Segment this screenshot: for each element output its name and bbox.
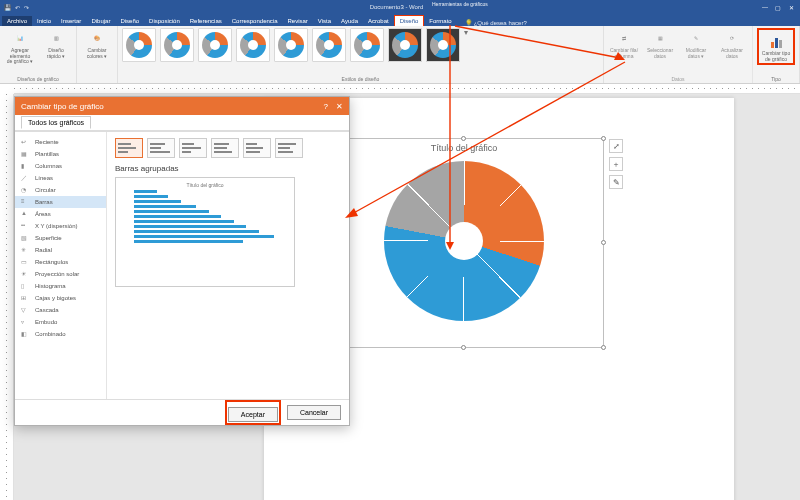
group-colors: 🎨 Cambiarcolores ▾ bbox=[77, 26, 118, 83]
save-icon[interactable]: 💾 bbox=[4, 4, 11, 11]
style-thumb[interactable] bbox=[426, 28, 460, 62]
sunburst-chart[interactable] bbox=[384, 161, 544, 321]
chart-category-item[interactable]: ▮Columnas bbox=[15, 160, 106, 172]
undo-icon[interactable]: ↶ bbox=[15, 4, 20, 11]
select-data-button[interactable]: ▦Seleccionardatos bbox=[644, 28, 676, 59]
tab-dibujar[interactable]: Dibujar bbox=[86, 16, 115, 26]
subtype-thumb[interactable] bbox=[179, 138, 207, 158]
chart-category-item[interactable]: ▭Rectángulos bbox=[15, 256, 106, 268]
tab-revisar[interactable]: Revisar bbox=[282, 16, 312, 26]
subtype-thumb[interactable] bbox=[243, 138, 271, 158]
dialog-close-icon[interactable]: ✕ bbox=[336, 102, 343, 111]
style-thumb[interactable] bbox=[122, 28, 156, 62]
group-chart-styles: ▾ Estilos de diseño bbox=[118, 26, 604, 83]
group-chart-layouts: 📊 Agregar elementode gráfico ▾ ▥ Diseñor… bbox=[0, 26, 77, 83]
style-thumb[interactable] bbox=[350, 28, 384, 62]
ribbon: 📊 Agregar elementode gráfico ▾ ▥ Diseñor… bbox=[0, 26, 800, 84]
context-tool-label: Herramientas de gráficos bbox=[426, 0, 494, 8]
style-thumb[interactable] bbox=[388, 28, 422, 62]
chart-category-item[interactable]: ≡Barras bbox=[15, 196, 106, 208]
chart-category-list: ↩Reciente▦Plantillas▮Columnas／Líneas◔Cir… bbox=[15, 132, 107, 399]
dialog-titlebar[interactable]: Cambiar tipo de gráfico ? ✕ bbox=[15, 97, 349, 115]
style-thumb[interactable] bbox=[160, 28, 194, 62]
tab-acrobat[interactable]: Acrobat bbox=[363, 16, 394, 26]
subtype-thumb[interactable] bbox=[275, 138, 303, 158]
refresh-data-button[interactable]: ⟳Actualizardatos bbox=[716, 28, 748, 59]
refresh-icon: ⟳ bbox=[722, 28, 742, 48]
tab-referencias[interactable]: Referencias bbox=[185, 16, 227, 26]
add-chart-element-button[interactable]: 📊 Agregar elementode gráfico ▾ bbox=[4, 28, 36, 65]
tab-disposicion[interactable]: Disposición bbox=[144, 16, 185, 26]
chart-category-item[interactable]: ▯Histograma bbox=[15, 280, 106, 292]
close-icon[interactable]: ✕ bbox=[786, 4, 796, 11]
subtype-title: Barras agrupadas bbox=[115, 164, 341, 173]
chart-elements-icon[interactable]: ＋ bbox=[609, 157, 623, 171]
tab-diseno-p[interactable]: Diseño bbox=[115, 16, 144, 26]
tab-file[interactable]: Archivo bbox=[2, 16, 32, 26]
chart-object[interactable]: Título del gráfico ⤢ ＋ ✎ bbox=[324, 138, 604, 348]
chart-category-item[interactable]: ◔Circular bbox=[15, 184, 106, 196]
category-icon: ☀ bbox=[21, 270, 31, 278]
chart-title[interactable]: Título del gráfico bbox=[325, 139, 603, 153]
chart-category-item[interactable]: ◧Combinado bbox=[15, 328, 106, 340]
accept-button[interactable]: Aceptar bbox=[228, 407, 278, 422]
chart-category-item[interactable]: ／Líneas bbox=[15, 172, 106, 184]
vertical-ruler[interactable] bbox=[0, 94, 14, 500]
group-type: Cambiar tipode gráfico Tipo bbox=[753, 26, 800, 83]
quick-layout-button[interactable]: ▥ Diseñorápido ▾ bbox=[40, 28, 72, 59]
style-gallery[interactable]: ▾ bbox=[122, 28, 599, 68]
chart-category-item[interactable]: ☀Proyección solar bbox=[15, 268, 106, 280]
chart-category-item[interactable]: ••X Y (dispersión) bbox=[15, 220, 106, 232]
chart-styles-icon[interactable]: ✎ bbox=[609, 175, 623, 189]
category-icon: ▽ bbox=[21, 306, 31, 314]
minimize-icon[interactable]: — bbox=[760, 4, 770, 11]
chart-category-item[interactable]: ✳Radial bbox=[15, 244, 106, 256]
tab-chart-design[interactable]: Diseño bbox=[394, 15, 425, 26]
tab-chart-format[interactable]: Formato bbox=[424, 16, 456, 26]
switch-row-col-button[interactable]: ⇄Cambiar fila/columna bbox=[608, 28, 640, 59]
category-icon: ◔ bbox=[21, 186, 31, 194]
category-icon: ▦ bbox=[21, 150, 31, 158]
change-chart-type-button[interactable]: Cambiar tipode gráfico bbox=[760, 31, 792, 62]
chart-category-item[interactable]: ▽Cascada bbox=[15, 304, 106, 316]
maximize-icon[interactable]: ▢ bbox=[773, 4, 783, 11]
style-thumb[interactable] bbox=[312, 28, 346, 62]
palette-icon: 🎨 bbox=[87, 28, 107, 48]
window-controls: — ▢ ✕ bbox=[760, 4, 800, 11]
tell-me-search[interactable]: 💡 ¿Qué desea hacer? bbox=[465, 19, 527, 26]
style-thumb[interactable] bbox=[198, 28, 232, 62]
gallery-more-icon[interactable]: ▾ bbox=[464, 28, 468, 37]
edit-data-icon: ✎ bbox=[686, 28, 706, 48]
style-thumb[interactable] bbox=[274, 28, 308, 62]
dialog-tab-all[interactable]: Todos los gráficos bbox=[21, 116, 91, 129]
chart-category-item[interactable]: ▦Plantillas bbox=[15, 148, 106, 160]
tab-vista[interactable]: Vista bbox=[313, 16, 336, 26]
category-icon: ⊞ bbox=[21, 294, 31, 302]
horizontal-ruler[interactable] bbox=[14, 84, 800, 94]
chart-category-item[interactable]: ↩Reciente bbox=[15, 136, 106, 148]
chart-category-item[interactable]: ▿Embudo bbox=[15, 316, 106, 328]
subtype-thumb[interactable] bbox=[147, 138, 175, 158]
subtype-thumb[interactable] bbox=[211, 138, 239, 158]
chart-category-item[interactable]: ▲Áreas bbox=[15, 208, 106, 220]
tab-correspondencia[interactable]: Correspondencia bbox=[227, 16, 283, 26]
category-icon: ▧ bbox=[21, 234, 31, 242]
style-thumb[interactable] bbox=[236, 28, 270, 62]
group-data: ⇄Cambiar fila/columna ▦Seleccionardatos … bbox=[604, 26, 753, 83]
tab-inicio[interactable]: Inicio bbox=[32, 16, 56, 26]
subtype-preview[interactable]: Título del gráfico bbox=[115, 177, 295, 287]
chart-category-item[interactable]: ▧Superficie bbox=[15, 232, 106, 244]
change-colors-button[interactable]: 🎨 Cambiarcolores ▾ bbox=[81, 28, 113, 59]
redo-icon[interactable]: ↷ bbox=[24, 4, 29, 11]
dialog-title: Cambiar tipo de gráfico bbox=[21, 102, 104, 111]
dialog-help-icon[interactable]: ? bbox=[324, 102, 328, 111]
layout-options-icon[interactable]: ⤢ bbox=[609, 139, 623, 153]
chart-category-item[interactable]: ⊞Cajas y bigotes bbox=[15, 292, 106, 304]
tab-ayuda[interactable]: Ayuda bbox=[336, 16, 363, 26]
add-element-icon: 📊 bbox=[10, 28, 30, 48]
tab-insertar[interactable]: Insertar bbox=[56, 16, 86, 26]
cancel-button[interactable]: Cancelar bbox=[287, 405, 341, 420]
select-data-icon: ▦ bbox=[650, 28, 670, 48]
subtype-thumb[interactable] bbox=[115, 138, 143, 158]
edit-data-button[interactable]: ✎Modificardatos ▾ bbox=[680, 28, 712, 59]
